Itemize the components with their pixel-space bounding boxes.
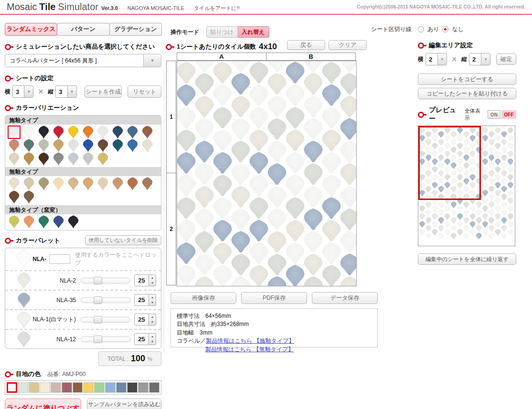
- stepper-up-icon[interactable]: ▲: [149, 334, 156, 339]
- mosaic-tile[interactable]: [304, 275, 323, 286]
- mosaic-tile[interactable]: [177, 197, 196, 221]
- grout-color-swatch[interactable]: [138, 382, 149, 393]
- stepper-down-icon[interactable]: ▼: [149, 281, 156, 286]
- mosaic-tile[interactable]: [195, 73, 214, 97]
- mosaic-tile[interactable]: [286, 84, 305, 108]
- mosaic-tile[interactable]: [177, 129, 196, 154]
- mosaic-tile[interactable]: [195, 253, 214, 278]
- tile-swatch[interactable]: [8, 177, 21, 190]
- tile-swatch[interactable]: [96, 126, 109, 139]
- mosaic-tile[interactable]: [231, 140, 251, 165]
- mosaic-tile[interactable]: [177, 106, 196, 131]
- mosaic-tile[interactable]: [213, 197, 233, 221]
- mosaic-tile[interactable]: [340, 163, 356, 188]
- tile-swatch[interactable]: [82, 126, 95, 139]
- mosaic-tile[interactable]: [177, 219, 196, 244]
- tile-swatch[interactable]: [126, 126, 139, 139]
- product-select[interactable]: コラベルAパターン [ 64x56 異形 ] ▼: [5, 54, 161, 67]
- mosaic-tile[interactable]: [267, 253, 287, 278]
- paint-random-button[interactable]: ランダムに塗りつぶす PAINT RANDOM: [5, 399, 81, 409]
- tile-swatch[interactable]: [8, 190, 21, 204]
- mosaic-tile[interactable]: [304, 185, 323, 210]
- tile-swatch[interactable]: [22, 177, 35, 190]
- mosaic-tile[interactable]: [286, 241, 305, 266]
- delete-unused-tiles-button[interactable]: 使用していないタイルを削除: [85, 235, 161, 245]
- save-image-button[interactable]: 画像保存: [170, 292, 236, 304]
- ratio-value[interactable]: 25: [134, 333, 149, 345]
- tile-swatch[interactable]: [111, 126, 124, 139]
- stepper-down-icon[interactable]: ▼: [149, 300, 156, 306]
- mosaic-tile[interactable]: [267, 163, 287, 188]
- mosaic-tile[interactable]: [340, 253, 356, 278]
- mosaic-tile[interactable]: [177, 61, 196, 86]
- sheet-v-select[interactable]: 3 ▼: [55, 85, 76, 98]
- tile-swatch[interactable]: [8, 126, 21, 139]
- copy-sheet-button[interactable]: シートをコピーする: [418, 73, 516, 85]
- mosaic-tile[interactable]: [213, 106, 233, 131]
- chevron-down-icon[interactable]: ▼: [24, 86, 33, 97]
- tile-swatch[interactable]: [8, 152, 21, 166]
- tile-swatch[interactable]: [37, 177, 50, 190]
- tile-swatch[interactable]: [22, 190, 35, 204]
- mosaic-tile[interactable]: [249, 106, 269, 131]
- mosaic-tile[interactable]: [286, 197, 305, 221]
- save-data-button[interactable]: データ保存: [312, 292, 378, 304]
- mosaic-tile[interactable]: [231, 185, 251, 210]
- mosaic-tile[interactable]: [177, 174, 196, 199]
- stepper-up-icon[interactable]: ▲: [149, 275, 156, 281]
- mosaic-tile[interactable]: [340, 185, 356, 210]
- palette-tile-thumb[interactable]: [16, 312, 32, 328]
- mosaic-tile[interactable]: [177, 241, 196, 266]
- mosaic-tile[interactable]: [322, 264, 341, 286]
- product-info-unglazed-link[interactable]: 製品情報はこちら 【無釉タイプ】: [205, 346, 294, 353]
- tile-swatch[interactable]: [82, 152, 95, 166]
- ratio-value[interactable]: 25: [134, 294, 149, 306]
- mosaic-tile[interactable]: [286, 264, 305, 286]
- grout-color-swatch[interactable]: [94, 382, 105, 393]
- tile-swatch[interactable]: [37, 152, 50, 166]
- chevron-down-icon[interactable]: ▼: [437, 53, 447, 65]
- mosaic-tile[interactable]: [304, 73, 323, 97]
- mosaic-tile[interactable]: [340, 73, 356, 97]
- repeat-sheet-button[interactable]: 編集中のシートを全体に繰り返す: [418, 253, 516, 265]
- mosaic-tile[interactable]: [195, 163, 214, 188]
- palette-tile-thumb[interactable]: [16, 292, 32, 308]
- stepper-down-icon[interactable]: ▼: [149, 320, 156, 325]
- tile-swatch[interactable]: [82, 139, 95, 152]
- tile-swatch[interactable]: [96, 152, 109, 166]
- create-sheet-button[interactable]: シートを作成: [85, 85, 122, 98]
- tile-swatch[interactable]: [111, 177, 124, 190]
- mosaic-tile[interactable]: [231, 163, 251, 188]
- mosaic-tile[interactable]: [195, 185, 214, 210]
- edit-h-select[interactable]: 2 ▼: [426, 53, 447, 65]
- tile-swatch[interactable]: [141, 177, 154, 190]
- tile-swatch[interactable]: [52, 177, 65, 190]
- mosaic-tile[interactable]: [267, 140, 287, 165]
- mosaic-tile[interactable]: [286, 219, 305, 244]
- mosaic-tile[interactable]: [340, 231, 356, 255]
- sheet-h-select[interactable]: 3 ▼: [12, 85, 33, 98]
- mosaic-tile[interactable]: [195, 275, 214, 286]
- mosaic-tile[interactable]: [249, 197, 269, 221]
- ratio-slider[interactable]: [81, 278, 130, 283]
- mosaic-tile[interactable]: [195, 117, 214, 142]
- mosaic-tile[interactable]: [267, 275, 287, 286]
- stepper-up-icon[interactable]: ▲: [149, 314, 156, 320]
- mosaic-tile[interactable]: [177, 151, 196, 176]
- mosaic-tile[interactable]: [231, 208, 251, 232]
- back-button[interactable]: 戻る: [287, 40, 325, 50]
- mosaic-tile[interactable]: [322, 219, 341, 244]
- tile-swatch[interactable]: [8, 139, 21, 152]
- grout-color-swatch[interactable]: [73, 382, 83, 393]
- mosaic-tile[interactable]: [267, 208, 287, 232]
- tile-swatch[interactable]: [82, 177, 95, 190]
- mosaic-tile[interactable]: [249, 129, 269, 154]
- stepper-down-icon[interactable]: ▼: [149, 339, 156, 345]
- tile-swatch[interactable]: [67, 139, 80, 152]
- slider-thumb[interactable]: [94, 296, 102, 304]
- mosaic-tile[interactable]: [340, 208, 356, 232]
- mosaic-tile[interactable]: [213, 84, 233, 108]
- mosaic-tile[interactable]: [322, 241, 341, 266]
- mosaic-tile[interactable]: [304, 117, 323, 142]
- tile-code-input[interactable]: [49, 254, 70, 264]
